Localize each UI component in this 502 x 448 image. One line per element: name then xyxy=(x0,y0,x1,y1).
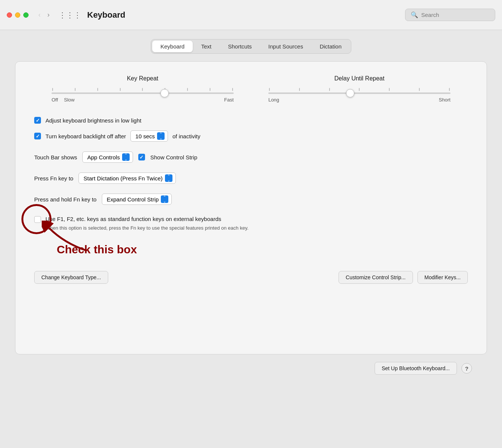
help-button[interactable]: ? xyxy=(461,363,472,374)
footer: Set Up Bluetooth Keyboard... ? xyxy=(15,354,487,382)
settings-panel: Key Repeat xyxy=(15,61,487,354)
tick xyxy=(329,88,330,91)
key-repeat-slow-label: Slow xyxy=(64,97,74,103)
press-fn-row: Press Fn key to Start Dictation (Press F… xyxy=(34,173,468,184)
dropdown-arrow-icon: ⌃⌄ xyxy=(165,174,172,182)
tab-input-sources[interactable]: Input Sources xyxy=(260,41,311,52)
tab-dictation[interactable]: Dictation xyxy=(311,41,350,52)
key-repeat-thumb[interactable] xyxy=(160,89,169,97)
close-button[interactable] xyxy=(7,12,12,18)
delay-repeat-tick-marks xyxy=(268,88,451,91)
fn-keys-section: Use F1, F2, etc. keys as standard functi… xyxy=(34,215,468,256)
backlight-timeout-value: 10 secs xyxy=(135,133,155,139)
key-repeat-off-label: Off xyxy=(51,97,58,103)
fn-keys-text-block: Use F1, F2, etc. keys as standard functi… xyxy=(45,215,468,232)
tick xyxy=(97,88,98,91)
delay-repeat-slider-track-container xyxy=(268,88,451,94)
delay-repeat-ends: Long Short xyxy=(268,97,451,103)
checkmark-icon: ✓ xyxy=(36,133,40,139)
traffic-lights xyxy=(7,12,29,18)
delay-long-label: Long xyxy=(268,97,279,103)
customize-control-strip-button[interactable]: Customize Control Strip... xyxy=(339,271,413,284)
key-repeat-slider-group: Key Repeat xyxy=(51,75,234,103)
show-control-strip-checkbox[interactable]: ✓ xyxy=(138,154,145,160)
change-keyboard-type-button[interactable]: Change Keyboard Type... xyxy=(34,271,108,284)
back-button[interactable]: ‹ xyxy=(36,9,43,20)
tab-shortcuts[interactable]: Shortcuts xyxy=(220,41,260,52)
backlight-timeout-dropdown[interactable]: 10 secs ⌃⌄ xyxy=(130,130,168,142)
press-fn-value: Start Dictation (Press Fn Twice) xyxy=(83,175,163,182)
show-control-strip-label: Show Control Strip xyxy=(150,154,197,160)
touch-bar-shows-value: App Controls xyxy=(87,154,120,160)
nav-arrows: ‹ › xyxy=(36,9,52,20)
search-icon: 🔍 xyxy=(411,11,418,18)
delay-repeat-slider-group: Delay Until Repeat xyxy=(268,75,451,103)
use-fn-keys-checkbox[interactable] xyxy=(34,216,41,223)
settings-section: ✓ Adjust keyboard brightness in low ligh… xyxy=(34,117,468,256)
backlight-off-label-after: of inactivity xyxy=(172,133,200,139)
tab-text[interactable]: Text xyxy=(193,41,220,52)
press-hold-fn-row: Press and hold Fn key to Expand Control … xyxy=(34,194,468,205)
touch-bar-shows-label: Touch Bar shows xyxy=(34,154,77,160)
tick xyxy=(210,88,210,91)
touch-bar-shows-row: Touch Bar shows App Controls ⌃⌄ ✓ Show C… xyxy=(34,151,468,163)
press-fn-label: Press Fn key to xyxy=(34,175,73,182)
annotation-area: Check this box xyxy=(34,243,468,256)
checkmark-icon: ✓ xyxy=(139,154,144,160)
key-repeat-fast-label: Fast xyxy=(224,97,234,103)
tabs: Keyboard Text Shortcuts Input Sources Di… xyxy=(151,39,351,54)
tick xyxy=(419,88,420,91)
tick xyxy=(75,88,76,91)
window-title: Keyboard xyxy=(87,10,400,20)
tick xyxy=(232,88,233,91)
tab-keyboard[interactable]: Keyboard xyxy=(152,41,193,52)
minimize-button[interactable] xyxy=(15,12,20,18)
tick xyxy=(52,88,53,91)
backlight-off-row: ✓ Turn keyboard backlight off after 10 s… xyxy=(34,130,468,142)
key-repeat-slider-track-container xyxy=(51,88,234,94)
touch-bar-shows-dropdown[interactable]: App Controls ⌃⌄ xyxy=(82,151,133,163)
modifier-keys-button[interactable]: Modifier Keys... xyxy=(417,271,468,284)
sliders-row: Key Repeat xyxy=(34,75,468,103)
tabs-container: Keyboard Text Shortcuts Input Sources Di… xyxy=(15,39,487,54)
annotation-text: Check this box xyxy=(57,243,468,256)
key-repeat-label: Key Repeat xyxy=(127,75,159,82)
fn-keys-main-text: Use F1, F2, etc. keys as standard functi… xyxy=(45,215,468,224)
delay-repeat-label: Delay Until Repeat xyxy=(334,75,384,82)
tick xyxy=(269,88,270,91)
delay-repeat-thumb[interactable] xyxy=(346,89,354,97)
dropdown-arrow-icon: ⌃⌄ xyxy=(157,132,165,140)
bottom-right-buttons: Customize Control Strip... Modifier Keys… xyxy=(339,271,468,284)
tick xyxy=(449,88,450,91)
key-repeat-track[interactable] xyxy=(51,92,234,94)
setup-bluetooth-button[interactable]: Set Up Bluetooth Keyboard... xyxy=(375,362,457,375)
press-hold-fn-dropdown[interactable]: Expand Control Strip ⌃⌄ xyxy=(102,194,172,205)
backlight-off-checkbox[interactable]: ✓ xyxy=(34,133,41,139)
fullscreen-button[interactable] xyxy=(23,12,29,18)
delay-repeat-track[interactable] xyxy=(268,92,451,94)
bottom-buttons: Change Keyboard Type... Customize Contro… xyxy=(34,271,468,284)
delay-short-label: Short xyxy=(439,97,451,103)
adjust-brightness-row: ✓ Adjust keyboard brightness in low ligh… xyxy=(34,117,468,124)
dropdown-arrow-icon: ⌃⌄ xyxy=(122,153,130,161)
fn-keys-sub-text: When this option is selected, press the … xyxy=(45,224,468,232)
tick xyxy=(142,88,143,91)
annotation-arrow-svg xyxy=(42,221,102,254)
adjust-brightness-label: Adjust keyboard brightness in low light xyxy=(45,117,141,124)
key-repeat-ends: Off Slow Fast xyxy=(51,97,234,103)
search-bar[interactable]: 🔍 xyxy=(405,9,495,21)
adjust-brightness-checkbox[interactable]: ✓ xyxy=(34,117,41,124)
grid-icon: ⋮⋮⋮ xyxy=(59,11,81,20)
tick xyxy=(299,88,300,91)
key-repeat-tick-marks xyxy=(51,88,234,91)
tick xyxy=(120,88,121,91)
forward-button[interactable]: › xyxy=(45,9,52,20)
press-hold-fn-value: Expand Control Strip xyxy=(107,196,159,203)
press-hold-fn-label: Press and hold Fn key to xyxy=(34,196,97,203)
backlight-off-label-before: Turn keyboard backlight off after xyxy=(45,133,126,139)
search-input[interactable] xyxy=(421,12,490,18)
press-fn-dropdown[interactable]: Start Dictation (Press Fn Twice) ⌃⌄ xyxy=(79,173,176,184)
tick xyxy=(389,88,390,91)
checkmark-icon: ✓ xyxy=(36,118,40,123)
titlebar: ‹ › ⋮⋮⋮ Keyboard 🔍 xyxy=(0,0,502,30)
